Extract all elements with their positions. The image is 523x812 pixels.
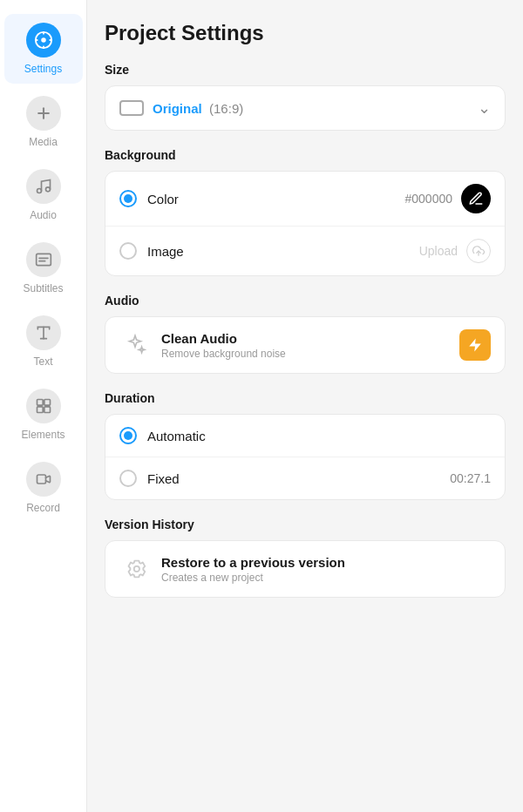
fixed-row: Fixed 00:27.1 bbox=[105, 457, 505, 499]
svg-point-9 bbox=[45, 187, 50, 192]
color-radio[interactable] bbox=[119, 190, 137, 207]
version-history-section-label: Version History bbox=[105, 518, 506, 531]
sidebar-item-settings[interactable]: Settings bbox=[4, 14, 83, 84]
svg-marker-21 bbox=[469, 339, 481, 352]
chevron-down-icon: ⌄ bbox=[478, 98, 491, 118]
aspect-ratio-icon bbox=[119, 100, 144, 116]
sidebar-item-settings-label: Settings bbox=[24, 63, 62, 75]
color-label: Color bbox=[147, 192, 404, 206]
svg-rect-19 bbox=[37, 475, 45, 484]
version-history-card: Restore to a previous version Creates a … bbox=[105, 540, 506, 598]
svg-rect-17 bbox=[37, 407, 43, 413]
background-card: Color #000000 Image Upload bbox=[105, 171, 506, 276]
text-icon bbox=[35, 324, 52, 342]
sidebar-item-media[interactable]: Media bbox=[4, 87, 83, 157]
clean-audio-row: Clean Audio Remove background noise bbox=[105, 317, 505, 373]
lightning-icon bbox=[467, 337, 483, 353]
subtitles-icon-wrap bbox=[26, 242, 61, 277]
audio-icon-wrap bbox=[26, 169, 61, 204]
upload-button[interactable] bbox=[466, 239, 491, 263]
automatic-radio[interactable] bbox=[119, 427, 137, 444]
svg-point-22 bbox=[134, 566, 139, 572]
sidebar: Settings Media Audio Su bbox=[0, 0, 87, 812]
audio-icon bbox=[35, 178, 52, 195]
svg-rect-16 bbox=[44, 400, 50, 406]
audio-title: Clean Audio bbox=[161, 331, 459, 346]
elements-icon-wrap bbox=[26, 389, 61, 423]
puzzle-icon bbox=[119, 553, 151, 585]
media-icon bbox=[35, 105, 52, 122]
sidebar-item-subtitles[interactable]: Subtitles bbox=[4, 233, 83, 303]
image-label: Image bbox=[147, 244, 419, 259]
duration-card: Automatic Fixed 00:27.1 bbox=[105, 414, 506, 500]
svg-rect-10 bbox=[36, 254, 51, 265]
main-content: Project Settings Size Original (16:9) ⌄ … bbox=[87, 0, 523, 812]
sidebar-item-record[interactable]: Record bbox=[4, 453, 83, 523]
audio-subtitle: Remove background noise bbox=[161, 348, 459, 360]
color-row: Color #000000 bbox=[105, 172, 505, 226]
elements-icon bbox=[35, 397, 52, 415]
fixed-duration-value: 00:27.1 bbox=[450, 471, 491, 485]
automatic-label: Automatic bbox=[147, 429, 491, 443]
settings-icon bbox=[34, 30, 53, 50]
duration-section-label: Duration bbox=[105, 391, 506, 405]
record-icon-wrap bbox=[26, 462, 61, 497]
svg-point-8 bbox=[37, 189, 41, 193]
automatic-row: Automatic bbox=[105, 415, 505, 457]
svg-rect-18 bbox=[44, 407, 50, 413]
sidebar-item-elements-label: Elements bbox=[21, 429, 65, 441]
svg-rect-15 bbox=[37, 400, 43, 406]
color-hex-value: #000000 bbox=[404, 192, 452, 206]
size-card: Original (16:9) ⌄ bbox=[105, 85, 506, 131]
text-icon-wrap bbox=[26, 315, 61, 350]
image-radio[interactable] bbox=[119, 242, 137, 260]
color-picker-button[interactable] bbox=[461, 184, 491, 213]
sidebar-item-audio-label: Audio bbox=[30, 209, 57, 221]
upload-icon bbox=[472, 245, 485, 257]
audio-info: Clean Audio Remove background noise bbox=[161, 331, 459, 360]
upload-text: Upload bbox=[419, 244, 458, 258]
size-ratio: (16:9) bbox=[209, 101, 243, 116]
sidebar-item-record-label: Record bbox=[26, 502, 60, 514]
size-dropdown-text: Original (16:9) bbox=[153, 101, 478, 116]
settings-icon-wrap bbox=[26, 23, 61, 58]
sparkle-icon bbox=[119, 329, 151, 361]
paint-brush-icon bbox=[468, 191, 484, 206]
sidebar-item-media-label: Media bbox=[29, 136, 58, 148]
fixed-label: Fixed bbox=[147, 471, 450, 486]
size-dropdown[interactable]: Original (16:9) ⌄ bbox=[105, 86, 505, 130]
sidebar-item-text[interactable]: Text bbox=[4, 307, 83, 376]
restore-info: Restore to a previous version Creates a … bbox=[161, 555, 491, 584]
media-icon-wrap bbox=[26, 96, 61, 131]
restore-title: Restore to a previous version bbox=[161, 555, 491, 570]
sidebar-item-elements[interactable]: Elements bbox=[4, 380, 83, 450]
image-row: Image Upload bbox=[105, 226, 505, 275]
sidebar-item-text-label: Text bbox=[33, 355, 52, 368]
page-title: Project Settings bbox=[105, 21, 506, 45]
restore-row[interactable]: Restore to a previous version Creates a … bbox=[105, 541, 505, 597]
audio-section-label: Audio bbox=[105, 294, 506, 308]
sidebar-item-audio[interactable]: Audio bbox=[4, 160, 83, 230]
lightning-button[interactable] bbox=[459, 329, 491, 361]
svg-point-1 bbox=[41, 37, 46, 43]
sidebar-item-subtitles-label: Subtitles bbox=[23, 282, 63, 294]
size-section-label: Size bbox=[105, 63, 506, 77]
subtitles-icon bbox=[35, 251, 52, 268]
record-icon bbox=[35, 470, 52, 488]
audio-card: Clean Audio Remove background noise bbox=[105, 316, 506, 374]
fixed-radio[interactable] bbox=[119, 470, 137, 487]
background-section-label: Background bbox=[105, 148, 506, 162]
restore-subtitle: Creates a new project bbox=[161, 572, 491, 584]
